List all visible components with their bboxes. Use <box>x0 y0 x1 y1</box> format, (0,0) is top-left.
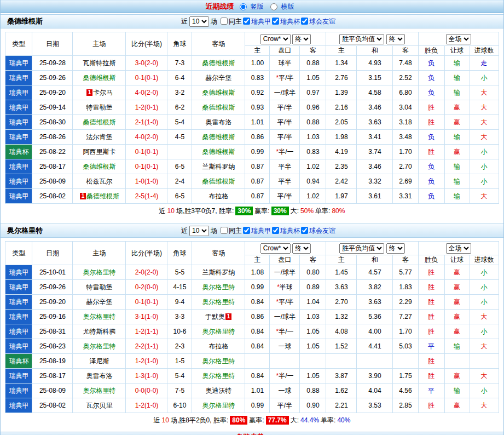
same-venue-checkbox[interactable] <box>221 227 228 234</box>
away-team-cell[interactable]: 桑德维根斯 <box>192 100 245 115</box>
away-team-cell[interactable]: 奥尔格里特 <box>192 280 245 295</box>
team-link[interactable]: 奥尔格里特 <box>202 283 235 291</box>
away-team-cell[interactable]: 布拉格 <box>192 339 245 354</box>
vertical-layout-radio[interactable] <box>240 3 247 10</box>
team-link[interactable]: 奥尔格里特 <box>202 402 235 409</box>
away-team-cell[interactable]: 奥尔格里特 <box>192 324 245 339</box>
away-team-cell[interactable]: 桑德维根斯 <box>192 130 245 145</box>
home-team-cell[interactable]: 赫尔辛堡 <box>73 295 126 310</box>
score-cell[interactable]: 2-1(1-0) <box>126 115 167 130</box>
team-link[interactable]: 奥尔格里特 <box>83 313 115 320</box>
friendly-filter-label[interactable]: 球会友谊 <box>301 17 335 26</box>
same-venue-label[interactable]: 同主 <box>221 17 242 26</box>
team-link[interactable]: 桑德维根斯 <box>86 192 119 200</box>
score-cell[interactable]: 3-0(2-0) <box>126 56 167 71</box>
score-cell[interactable]: 2-5(1-4) <box>126 189 167 204</box>
wdl-avg-select[interactable]: 胜平负均值 <box>339 243 384 254</box>
odds-stage-select[interactable]: 终 <box>292 243 311 254</box>
score-cell[interactable]: 0-1(0-1) <box>126 159 167 174</box>
away-team-cell[interactable]: 兰斯科罗纳 <box>192 159 245 174</box>
home-team-cell[interactable]: 泽尼斯 <box>73 354 126 369</box>
home-team-cell[interactable]: 法尔肯堡 <box>73 130 126 145</box>
team-link[interactable]: 奥雷布洛 <box>86 372 112 380</box>
team-link[interactable]: 兰斯科罗纳 <box>202 163 235 170</box>
cup-checkbox[interactable] <box>272 18 279 25</box>
team-link[interactable]: 赫尔辛堡 <box>86 298 112 306</box>
team-link[interactable]: 卡尔马 <box>93 89 113 96</box>
team-link[interactable]: 奥尔格里特 <box>202 298 235 306</box>
score-cell[interactable]: 1-2(0-1) <box>126 100 167 115</box>
home-team-cell[interactable]: 特雷勒堡 <box>73 100 126 115</box>
team-link[interactable]: 松兹瓦尔 <box>86 178 112 185</box>
home-team-cell[interactable]: 奥尔格里特 <box>73 339 126 354</box>
team-link[interactable]: 尤特斯科腾 <box>83 328 115 335</box>
team-link[interactable]: 奥尔格里特 <box>202 328 235 335</box>
team-link[interactable]: 瓦尔贝里 <box>86 402 112 409</box>
same-venue-checkbox[interactable] <box>221 18 228 25</box>
team-link[interactable]: 桑德维根斯 <box>202 133 235 141</box>
team-link[interactable]: 桑德维根斯 <box>202 178 235 185</box>
team-link[interactable]: 泽尼斯 <box>89 357 109 365</box>
score-cell[interactable]: 4-0(2-0) <box>126 85 167 100</box>
away-team-cell[interactable]: 兰斯科罗纳 <box>192 265 245 280</box>
same-venue-label[interactable]: 同主 <box>221 226 242 236</box>
score-cell[interactable]: 0-1(0-1) <box>126 295 167 310</box>
home-team-cell[interactable]: 桑德维根斯 <box>73 71 126 85</box>
home-team-cell[interactable]: 奥尔格里特 <box>73 265 126 280</box>
home-team-cell[interactable]: 奥雷布洛 <box>73 369 126 384</box>
wdl-stage-select[interactable]: 终 <box>386 34 405 44</box>
score-cell[interactable]: 1-2(1-0) <box>126 398 167 413</box>
team-link[interactable]: 桑德维根斯 <box>83 118 115 126</box>
away-team-cell[interactable]: 赫尔辛堡 <box>192 71 245 85</box>
score-cell[interactable]: 0-0(0-0) <box>126 384 167 398</box>
team-link[interactable]: 桑德维根斯 <box>202 148 235 156</box>
away-team-cell[interactable]: 桑德维根斯 <box>192 174 245 189</box>
team-link[interactable]: 法尔肯堡 <box>86 133 112 141</box>
away-team-cell[interactable]: 桑德维根斯 <box>192 56 245 71</box>
score-cell[interactable]: 4-0(2-0) <box>126 130 167 145</box>
home-team-cell[interactable]: 松兹瓦尔 <box>73 174 126 189</box>
league-checkbox[interactable] <box>243 18 250 25</box>
home-team-cell[interactable]: 奥尔格里特 <box>73 384 126 398</box>
team-link[interactable]: 桑德维根斯 <box>83 74 115 82</box>
team-link[interactable]: 桑德维根斯 <box>83 163 115 170</box>
league-filter-label[interactable]: 瑞典甲 <box>243 17 271 26</box>
score-cell[interactable]: 0-2(0-0) <box>126 280 167 295</box>
home-team-cell[interactable]: 阿西里斯卡 <box>73 145 126 159</box>
score-cell[interactable]: 1-3(1-0) <box>126 369 167 384</box>
score-cell[interactable]: 0-1(0-1) <box>126 145 167 159</box>
away-team-cell[interactable]: 奥迪沃特 <box>192 384 245 398</box>
away-team-cell[interactable]: 奥雷布洛 <box>192 115 245 130</box>
horizontal-layout-radio[interactable] <box>270 3 277 10</box>
score-cell[interactable]: 0-1(0-1) <box>126 71 167 85</box>
score-cell[interactable]: 1-2(1-1) <box>126 324 167 339</box>
team-link[interactable]: 兰斯科罗纳 <box>202 268 235 276</box>
friendly-checkbox[interactable] <box>301 227 308 234</box>
friendly-filter-label[interactable]: 球会友谊 <box>301 226 335 236</box>
home-team-cell[interactable]: 1卡尔马 <box>73 85 126 100</box>
score-cell[interactable]: 1-2(1-0) <box>126 354 167 369</box>
team-link[interactable]: 桑德维根斯 <box>202 59 235 67</box>
match-count-select[interactable]: 10 <box>189 16 209 27</box>
team-link[interactable]: 布拉格 <box>208 342 228 350</box>
match-count-select[interactable]: 10 <box>189 226 209 236</box>
score-cell[interactable]: 2-2(1-1) <box>126 339 167 354</box>
team-link[interactable]: 奥尔格里特 <box>83 387 115 394</box>
away-team-cell[interactable]: 奥尔格里特 <box>192 354 245 369</box>
away-team-cell[interactable]: 奥尔格里特 <box>192 398 245 413</box>
wdl-avg-select[interactable]: 胜平负均值 <box>339 34 384 44</box>
team-link[interactable]: 奥尔格里特 <box>202 372 235 380</box>
team-link[interactable]: 赫尔辛堡 <box>205 74 231 82</box>
away-team-cell[interactable]: 桑德维根斯 <box>192 145 245 159</box>
wdl-stage-select[interactable]: 终 <box>386 243 405 254</box>
team-link[interactable]: 奥尔格里特 <box>83 268 115 276</box>
home-team-cell[interactable]: 尤特斯科腾 <box>73 324 126 339</box>
team-link[interactable]: 阿西里斯卡 <box>83 148 115 156</box>
odds-stage-select[interactable]: 终 <box>292 34 311 44</box>
cup-filter-label[interactable]: 瑞典杯 <box>272 226 300 236</box>
home-team-cell[interactable]: 瓦斯特拉斯 <box>73 56 126 71</box>
team-link[interactable]: 特雷勒堡 <box>86 283 112 291</box>
team-link[interactable]: 瓦斯特拉斯 <box>83 59 115 67</box>
home-team-cell[interactable]: 1桑德维根斯 <box>73 189 126 204</box>
scope-select[interactable]: 全场 <box>446 34 471 44</box>
